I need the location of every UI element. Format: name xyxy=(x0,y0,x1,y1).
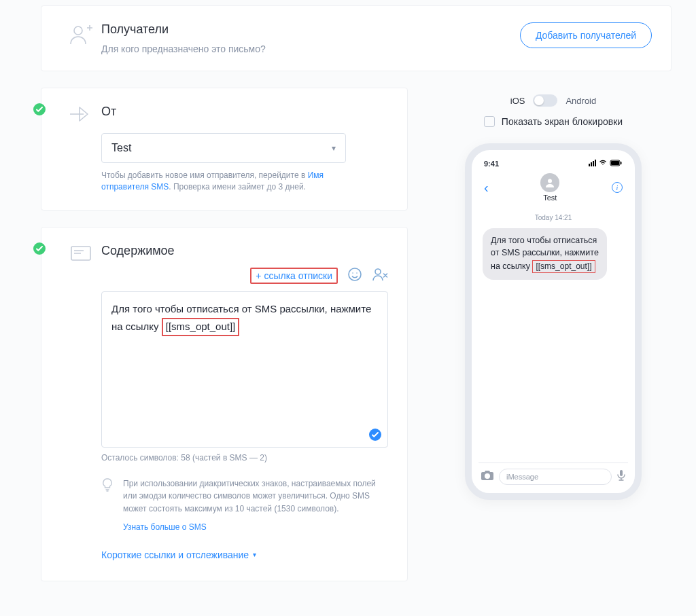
learn-more-sms-link[interactable]: Узнать больше о SMS xyxy=(123,522,388,532)
tip-text: При использовании диакритических знаков,… xyxy=(123,477,388,515)
phone-imessage-field: iMessage xyxy=(499,469,612,485)
camera-icon xyxy=(481,471,493,483)
svg-rect-10 xyxy=(591,162,592,166)
check-badge-icon xyxy=(33,242,46,255)
phone-bubble-tag: [[sms_opt_out]] xyxy=(532,260,595,273)
add-recipients-button[interactable]: Добавить получателей xyxy=(520,22,652,48)
from-section: От Test ▾ Чтобы добавить новое имя отпра… xyxy=(41,88,408,211)
char-counter: Осталось символов: 58 (частей в SMS — 2) xyxy=(101,453,388,463)
emoji-icon[interactable] xyxy=(347,267,362,285)
svg-rect-11 xyxy=(593,161,594,166)
svg-rect-14 xyxy=(611,161,619,165)
svg-point-5 xyxy=(352,272,353,274)
chevron-down-icon: ▾ xyxy=(253,551,256,558)
content-section: Содержимое + ссылка отписки Для того что… xyxy=(41,227,408,581)
add-unsub-link-button[interactable]: + ссылка отписки xyxy=(250,268,338,284)
os-ios-label[interactable]: iOS xyxy=(510,96,525,106)
recipients-title: Получатели xyxy=(101,22,266,37)
document-icon xyxy=(69,244,93,263)
microphone-icon xyxy=(617,470,625,484)
phone-status-icons xyxy=(589,160,623,168)
phone-back-icon: ‹ xyxy=(484,180,489,196)
lockscreen-label: Показать экран блокировки xyxy=(502,116,623,127)
phone-avatar-icon xyxy=(540,173,559,192)
sender-hint: Чтобы добавить новое имя отправителя, пе… xyxy=(101,170,346,194)
lockscreen-checkbox[interactable] xyxy=(484,116,495,127)
svg-point-4 xyxy=(349,268,361,280)
recipients-section: Получатели Для кого предназначено это пи… xyxy=(41,5,672,71)
arrow-right-icon xyxy=(69,105,93,124)
check-badge-icon xyxy=(33,103,46,115)
phone-message-bubble: Для того чтобы отписаться от SMS рассылк… xyxy=(483,228,607,280)
sender-select[interactable]: Test ▾ xyxy=(101,133,346,163)
tracking-link[interactable]: Короткие ссылки и отслеживание ▾ xyxy=(101,549,388,560)
os-toggle[interactable] xyxy=(533,94,557,107)
sender-select-value: Test xyxy=(111,142,131,154)
svg-rect-17 xyxy=(620,470,623,476)
svg-rect-15 xyxy=(621,162,622,164)
personalization-icon[interactable] xyxy=(372,267,388,285)
svg-rect-12 xyxy=(595,160,596,166)
lightbulb-icon xyxy=(101,477,115,532)
message-text: Для того чтобы отписаться от SMS рассылк… xyxy=(111,303,374,333)
message-tag: [[sms_opt_out]] xyxy=(162,318,240,336)
phone-info-icon: i xyxy=(612,182,623,193)
validation-check-icon xyxy=(369,429,381,441)
content-title: Содержимое xyxy=(101,244,388,258)
recipients-subtitle: Для кого предназначено это письмо? xyxy=(101,43,266,54)
phone-status-time: 9:41 xyxy=(484,160,499,168)
message-textarea[interactable]: Для того чтобы отписаться от SMS рассылк… xyxy=(101,291,388,448)
svg-rect-9 xyxy=(589,164,590,166)
chevron-down-icon: ▾ xyxy=(332,143,336,153)
phone-preview: 9:41 ‹ Test xyxy=(465,143,642,500)
svg-point-16 xyxy=(548,179,552,183)
svg-point-0 xyxy=(74,26,82,35)
phone-today-label: Today 14:21 xyxy=(483,214,624,221)
svg-point-7 xyxy=(375,269,381,274)
person-plus-icon xyxy=(69,22,93,47)
os-android-label[interactable]: Android xyxy=(566,96,596,106)
phone-contact-name: Test xyxy=(540,194,559,202)
from-title: От xyxy=(101,105,388,119)
svg-point-6 xyxy=(356,272,358,274)
